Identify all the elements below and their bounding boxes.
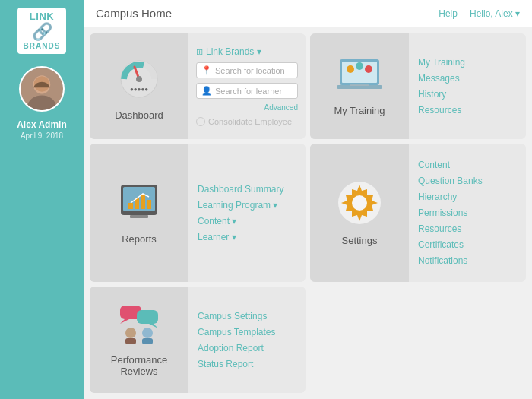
settings-label: Settings <box>342 235 378 246</box>
svg-rect-15 <box>128 203 133 209</box>
logo-chain-icon: 🔗 <box>24 22 61 42</box>
user-name: Alex Admin <box>17 119 67 130</box>
performance-icon <box>112 302 166 345</box>
main-content: Campus Home Help Hello, Alex ▾ ●●●●● Das… <box>84 0 532 399</box>
svg-rect-29 <box>142 338 153 344</box>
search-learner-field[interactable]: 👤 Search for learner <box>196 83 298 99</box>
reports-link-0[interactable]: Dashboard Summary <box>198 182 296 196</box>
my-training-content: My Training Messages History Resources <box>409 33 526 139</box>
search-learner-placeholder: Search for learner <box>215 87 282 96</box>
avatar <box>19 66 65 112</box>
topbar: Campus Home Help Hello, Alex ▾ <box>84 0 532 27</box>
svg-rect-12 <box>337 85 382 89</box>
dashboard-content: ⊞ Link Brands ▾ 📍 Search for location 👤 … <box>188 33 306 139</box>
dashboard-icon: ●●●●● <box>115 52 163 100</box>
page-title: Campus Home <box>96 7 172 20</box>
svg-rect-18 <box>147 200 151 209</box>
my-training-link-2[interactable]: History <box>418 87 517 101</box>
user-date: April 9, 2018 <box>21 131 63 140</box>
performance-link-1[interactable]: Campus Templates <box>198 325 296 339</box>
reports-icon <box>115 182 163 224</box>
topbar-actions: Help Hello, Alex ▾ <box>439 8 520 19</box>
my-training-link-0[interactable]: My Training <box>418 55 517 69</box>
reports-link-1[interactable]: Learning Program ▾ <box>198 198 296 212</box>
my-training-link-3[interactable]: Resources <box>418 103 517 117</box>
logo-brands-text: BRANDS <box>24 42 61 50</box>
performance-icon-area: Performance Reviews <box>90 287 188 393</box>
consolidate-label: Consolidate Employee <box>208 117 292 126</box>
my-training-card: My Training My Training Messages History… <box>310 33 526 139</box>
logo[interactable]: LINK 🔗 BRANDS <box>17 8 67 54</box>
reports-card: Reports Dashboard Summary Learning Progr… <box>90 144 306 282</box>
svg-point-11 <box>365 65 372 73</box>
dashboard-grid: ●●●●● Dashboard ⊞ Link Brands ▾ 📍 Search… <box>84 27 532 399</box>
settings-link-2[interactable]: Hierarchy <box>418 190 517 204</box>
performance-link-2[interactable]: Adoption Report <box>198 341 296 355</box>
settings-link-4[interactable]: Resources <box>418 222 517 236</box>
performance-link-0[interactable]: Campus Settings <box>198 309 296 323</box>
my-training-icon <box>334 56 385 96</box>
svg-point-26 <box>125 328 136 338</box>
svg-text:●●●●●: ●●●●● <box>130 86 148 93</box>
svg-marker-25 <box>149 324 158 328</box>
svg-rect-17 <box>141 194 145 209</box>
settings-link-0[interactable]: Content <box>418 158 517 172</box>
consolidate-radio[interactable] <box>196 117 205 126</box>
settings-icon-area: Settings <box>310 144 409 282</box>
sidebar: LINK 🔗 BRANDS Alex Admin April 9, 2018 <box>0 0 84 399</box>
dashboard-label: Dashboard <box>115 109 163 121</box>
svg-point-21 <box>352 195 367 211</box>
performance-link-3[interactable]: Status Report <box>198 357 296 371</box>
link-brands-text: Link Brands ▾ <box>206 46 261 57</box>
reports-label: Reports <box>122 233 157 245</box>
my-training-icon-area: My Training <box>310 33 409 139</box>
performance-reviews-card: Performance Reviews Campus Settings Camp… <box>90 287 306 393</box>
performance-label: Performance Reviews <box>96 354 182 377</box>
dashboard-card: ●●●●● Dashboard ⊞ Link Brands ▾ 📍 Search… <box>90 33 306 139</box>
search-location-field[interactable]: 📍 Search for location <box>196 62 298 78</box>
my-training-label: My Training <box>334 105 385 116</box>
user-greeting[interactable]: Hello, Alex ▾ <box>470 8 520 19</box>
svg-rect-24 <box>137 310 158 324</box>
settings-link-1[interactable]: Question Banks <box>418 174 517 188</box>
svg-rect-19 <box>130 215 148 218</box>
performance-content: Campus Settings Campus Templates Adoptio… <box>188 287 306 393</box>
logo-link-text: LINK <box>24 11 61 22</box>
reports-icon-area: Reports <box>90 144 188 282</box>
svg-point-28 <box>142 328 153 338</box>
settings-card: Settings Content Question Banks Hierarch… <box>310 144 526 282</box>
svg-marker-23 <box>120 319 129 324</box>
help-link[interactable]: Help <box>439 8 458 19</box>
reports-link-3[interactable]: Learner ▾ <box>198 230 296 244</box>
search-location-placeholder: Search for location <box>215 66 285 75</box>
settings-content: Content Question Banks Hierarchy Permiss… <box>409 144 526 282</box>
settings-link-5[interactable]: Certificates <box>418 238 517 252</box>
link-brands-dropdown[interactable]: ⊞ Link Brands ▾ <box>196 46 298 57</box>
settings-link-3[interactable]: Permissions <box>418 206 517 220</box>
learner-icon: 👤 <box>201 86 212 96</box>
settings-link-6[interactable]: Notifications <box>418 254 517 268</box>
advanced-link[interactable]: Advanced <box>196 103 298 112</box>
grid-icon: ⊞ <box>196 47 203 57</box>
svg-point-10 <box>356 62 363 70</box>
consolidate-employee: Consolidate Employee <box>196 117 298 126</box>
dashboard-icon-area: ●●●●● Dashboard <box>90 33 188 139</box>
reports-link-2[interactable]: Content ▾ <box>198 214 296 228</box>
settings-gear-icon <box>337 180 382 226</box>
svg-rect-27 <box>125 338 136 344</box>
svg-point-9 <box>347 65 354 73</box>
my-training-link-1[interactable]: Messages <box>418 71 517 85</box>
reports-content: Dashboard Summary Learning Program ▾ Con… <box>188 144 306 282</box>
location-icon: 📍 <box>201 65 212 75</box>
svg-point-5 <box>136 76 142 82</box>
